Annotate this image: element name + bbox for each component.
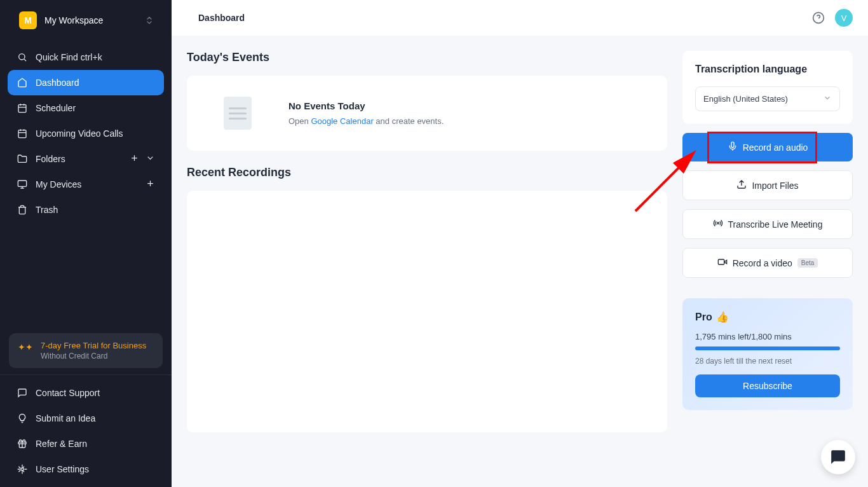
mic-icon bbox=[728, 141, 738, 153]
workspace-selector[interactable]: M My Workspace bbox=[0, 0, 172, 41]
sidebar-item-devices[interactable]: My Devices bbox=[8, 172, 164, 197]
pro-card: Pro 👍 1,795 mins left/1,800 mins 28 days… bbox=[682, 298, 853, 410]
workspace-icon: M bbox=[19, 11, 37, 29]
home-icon bbox=[17, 77, 28, 88]
video-icon bbox=[717, 257, 728, 269]
progress-bar bbox=[695, 346, 840, 350]
recordings-body bbox=[187, 191, 667, 432]
sidebar-item-refer[interactable]: Refer & Earn bbox=[8, 431, 164, 456]
sidebar-item-submit-idea[interactable]: Submit an Idea bbox=[8, 406, 164, 431]
trial-title: 7-day Free Trial for Business bbox=[41, 341, 146, 350]
pro-days: 28 days left till the next reset bbox=[695, 357, 840, 366]
sidebar-item-label: Upcoming Video Calls bbox=[36, 128, 123, 139]
transcribe-live-button[interactable]: Transcribe Live Meeting bbox=[682, 209, 853, 239]
sidebar-item-label: Refer & Earn bbox=[36, 439, 87, 449]
resubscribe-button[interactable]: Resubscribe bbox=[695, 374, 840, 397]
page-title: Dashboard bbox=[198, 13, 245, 23]
gear-icon bbox=[17, 463, 28, 475]
import-files-button[interactable]: Import Files bbox=[682, 170, 853, 200]
beta-badge: Beta bbox=[797, 258, 818, 268]
sidebar-item-label: My Devices bbox=[36, 179, 81, 189]
svg-rect-1 bbox=[18, 105, 26, 113]
sidebar-item-settings[interactable]: User Settings bbox=[8, 456, 164, 482]
events-card: No Events Today Open Google Calendar and… bbox=[187, 76, 667, 151]
trial-subtitle: Without Credit Card bbox=[41, 352, 146, 360]
events-title: Today's Events bbox=[187, 51, 667, 64]
sidebar-item-label: User Settings bbox=[36, 464, 89, 474]
pro-minutes: 1,795 mins left/1,800 mins bbox=[695, 332, 840, 341]
recordings-title: Recent Recordings bbox=[187, 166, 667, 179]
svg-rect-8 bbox=[718, 259, 724, 264]
svg-point-0 bbox=[19, 54, 25, 60]
selected-language: English (United States) bbox=[703, 94, 788, 104]
sidebar-item-label: Submit an Idea bbox=[36, 413, 95, 423]
pro-title: Pro 👍 bbox=[695, 311, 840, 323]
quick-find[interactable]: Quick Find ctrl+k bbox=[8, 45, 164, 70]
chat-widget[interactable] bbox=[821, 440, 855, 474]
quick-find-label: Quick Find ctrl+k bbox=[36, 52, 102, 62]
topbar: Dashboard V bbox=[172, 0, 868, 36]
help-icon[interactable] bbox=[812, 11, 825, 24]
events-subtext: Open Google Calendar and create events. bbox=[288, 116, 444, 126]
gift-icon bbox=[17, 438, 28, 449]
sidebar-item-label: Dashboard bbox=[36, 78, 79, 88]
folder-icon bbox=[17, 153, 28, 165]
button-label: Record a video bbox=[733, 258, 792, 268]
sparkle-icon: ✦✦ bbox=[18, 342, 33, 352]
sidebar-item-label: Contact Support bbox=[36, 388, 100, 398]
plus-icon[interactable] bbox=[130, 153, 139, 165]
sidebar-item-folders[interactable]: Folders bbox=[8, 146, 164, 172]
svg-point-5 bbox=[21, 468, 24, 470]
svg-rect-3 bbox=[18, 181, 26, 186]
sidebar-item-dashboard[interactable]: Dashboard bbox=[8, 70, 164, 95]
button-label: Transcribe Live Meeting bbox=[728, 219, 823, 230]
broadcast-icon bbox=[713, 218, 723, 230]
language-select[interactable]: English (United States) bbox=[695, 86, 840, 111]
avatar[interactable]: V bbox=[835, 9, 853, 27]
sidebar-item-label: Folders bbox=[36, 154, 65, 164]
sidebar-item-trash[interactable]: Trash bbox=[8, 197, 164, 223]
events-section: Today's Events No Events Today Open Goog… bbox=[187, 51, 667, 151]
sidebar-item-scheduler[interactable]: Scheduler bbox=[8, 95, 164, 121]
button-label: Import Files bbox=[752, 181, 798, 191]
bulb-icon bbox=[17, 413, 28, 424]
main-content: Dashboard V Today's Events bbox=[172, 0, 868, 487]
google-calendar-link[interactable]: Google Calendar bbox=[311, 116, 373, 126]
sidebar: M My Workspace Quick Find ctrl+k Dashboa… bbox=[0, 0, 172, 487]
workspace-name: My Workspace bbox=[44, 15, 103, 25]
record-video-button[interactable]: Record a video Beta bbox=[682, 248, 853, 278]
devices-icon bbox=[17, 179, 28, 190]
sidebar-item-upcoming[interactable]: Upcoming Video Calls bbox=[8, 121, 164, 146]
calendar-icon bbox=[17, 102, 28, 114]
trash-icon bbox=[17, 204, 28, 216]
trial-card[interactable]: ✦✦ 7-day Free Trial for Business Without… bbox=[9, 333, 163, 368]
search-icon bbox=[17, 51, 28, 63]
upload-icon bbox=[736, 179, 747, 191]
svg-rect-2 bbox=[18, 130, 26, 138]
plus-icon[interactable] bbox=[146, 179, 155, 190]
chat-icon bbox=[17, 387, 28, 399]
sidebar-item-label: Trash bbox=[36, 205, 58, 215]
chevron-down-icon[interactable] bbox=[146, 153, 155, 165]
calendar-check-icon bbox=[17, 128, 28, 139]
chevron-down-icon bbox=[823, 93, 832, 104]
thumbs-up-icon: 👍 bbox=[716, 311, 729, 323]
record-audio-button[interactable]: Record an audio bbox=[682, 133, 853, 161]
transcription-language-card: Transcription language English (United S… bbox=[682, 51, 853, 124]
document-illustration bbox=[212, 91, 263, 135]
recordings-section: Recent Recordings bbox=[187, 166, 667, 432]
sidebar-item-contact[interactable]: Contact Support bbox=[8, 380, 164, 406]
sidebar-item-label: Scheduler bbox=[36, 103, 76, 113]
chevron-updown-icon bbox=[146, 16, 153, 25]
svg-point-7 bbox=[717, 223, 719, 224]
button-label: Record an audio bbox=[743, 142, 808, 153]
lang-title: Transcription language bbox=[695, 64, 840, 75]
no-events-heading: No Events Today bbox=[288, 100, 444, 111]
